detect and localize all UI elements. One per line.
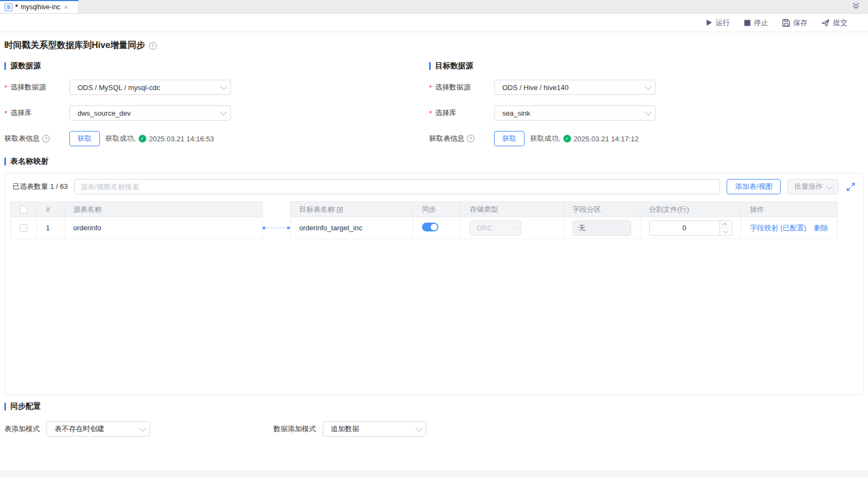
fetch-help-icon[interactable]: ?: [467, 135, 474, 142]
index-column-header: #: [37, 202, 64, 217]
fetch-help-icon[interactable]: ?: [42, 135, 50, 142]
table-mapping-panel: 已选表数量 1 / 63 添加表/视图 批量操作 #: [4, 173, 864, 395]
sync-toggle[interactable]: [422, 223, 438, 231]
unsaved-marker: *: [15, 3, 18, 11]
section-accent-bar: [4, 62, 6, 70]
source-fetch-button[interactable]: 获取: [69, 131, 100, 146]
mapping-connector-line: [264, 228, 289, 228]
source-fetch-time: 2025.03.21 14:16:53: [149, 135, 214, 143]
source-datasource-section: 源数据源 * 选择数据源 ODS / MySQL / mysql-cdc * 选…: [4, 61, 429, 157]
selected-count: 已选表数量 1 / 63: [13, 182, 68, 192]
tab-title: mysqlhive-inc: [21, 3, 61, 11]
stop-icon: [744, 20, 751, 26]
stepper-down-button[interactable]: [720, 228, 732, 235]
sync-task-icon: S: [4, 3, 13, 11]
target-table-name: orderinfo_target_inc: [290, 217, 413, 239]
paper-plane-icon: [822, 19, 830, 27]
submit-button[interactable]: 提交: [822, 18, 847, 28]
stop-button[interactable]: 停止: [744, 18, 768, 28]
chevron-down-icon: [415, 425, 423, 432]
mapping-section-title: 表名称映射: [10, 157, 49, 166]
table-search-input[interactable]: [74, 179, 720, 194]
chevron-down-icon: [645, 109, 652, 116]
target-fetch-label: 获取表信息 ?: [429, 134, 494, 144]
target-datasource-label: * 选择数据源: [429, 82, 494, 92]
target-section-title: 目标数据源: [435, 61, 473, 71]
stepper-buttons: [720, 221, 732, 235]
target-table-row: orderinfo_target_inc ORC 无: [290, 217, 837, 239]
source-db-label: * 选择库: [4, 108, 69, 118]
section-accent-bar: [4, 403, 6, 410]
source-datasource-label: * 选择数据源: [4, 82, 69, 92]
row-checkbox[interactable]: [20, 224, 27, 232]
sync-column-header: 同步: [413, 202, 460, 217]
partition-column-header: 字段分区: [563, 202, 640, 217]
data-add-mode-select[interactable]: 追加数据: [323, 421, 426, 437]
source-fetch-label: 获取表信息 ?: [4, 134, 69, 144]
delete-link[interactable]: 删除: [814, 223, 828, 233]
main-content: 时间戳关系型数据库到Hive增量同步 ? 源数据源 * 选择数据源 ODS / …: [0, 32, 868, 437]
storage-type-column-header: 存储类型: [461, 202, 563, 217]
target-name-column-header: 目标表名称: [290, 202, 413, 217]
split-file-column-header: 分割文件(行): [640, 202, 741, 217]
stepper-up-button[interactable]: [720, 221, 732, 228]
fullscreen-expand-icon[interactable]: [846, 182, 855, 192]
target-fetch-button[interactable]: 获取: [494, 131, 525, 146]
target-table: 目标表名称 同步 存储类型 字段分区 分割文件(行) 操作 orderinfo_…: [290, 201, 837, 239]
select-all-checkbox[interactable]: [20, 206, 27, 213]
source-section-title: 源数据源: [10, 61, 41, 71]
section-accent-bar: [429, 62, 431, 70]
source-table-row[interactable]: 1 orderinfo: [11, 217, 263, 239]
target-fetch-status: 获取成功, ✓ 2025.03.21 14:17:12: [530, 134, 639, 144]
row-index: 1: [37, 217, 64, 239]
save-icon: [782, 19, 790, 27]
double-chevron-down-icon[interactable]: [852, 2, 860, 12]
data-add-mode-label: 数据添加模式: [274, 424, 316, 434]
chevron-down-icon: [220, 83, 227, 90]
page-title: 时间戳关系型数据库到Hive增量同步: [4, 40, 145, 51]
success-check-icon: ✓: [139, 135, 146, 142]
mapping-connector-area: [263, 201, 290, 239]
chevron-down-icon: [512, 223, 519, 230]
source-table: # 源表名称 1 orderinfo: [10, 201, 263, 239]
title-help-icon[interactable]: ?: [149, 42, 157, 50]
source-name-column-header: 源表名称: [64, 202, 263, 217]
add-table-view-button[interactable]: 添加表/视图: [727, 179, 781, 194]
edit-icon[interactable]: [337, 206, 343, 213]
target-db-select[interactable]: sea_sink: [494, 105, 656, 121]
success-check-icon: ✓: [563, 135, 571, 142]
source-db-select[interactable]: dws_source_dev: [69, 105, 231, 121]
save-button[interactable]: 保存: [782, 18, 807, 28]
horizontal-scrollbar-track[interactable]: [0, 470, 868, 477]
run-button[interactable]: 运行: [706, 18, 730, 28]
source-datasource-select[interactable]: ODS / MySQL / mysql-cdc: [69, 80, 231, 95]
table-add-mode-select[interactable]: 表不存在时创建: [46, 421, 150, 437]
chevron-down-icon: [827, 182, 834, 189]
source-fetch-status: 获取成功, ✓ 2025.03.21 14:16:53: [105, 134, 214, 144]
section-accent-bar: [4, 158, 6, 165]
storage-type-select[interactable]: ORC: [469, 220, 521, 236]
play-icon: [706, 19, 712, 26]
target-db-label: * 选择库: [429, 108, 494, 118]
target-datasource-select[interactable]: ODS / Hive / hive140: [494, 80, 656, 95]
tab-mysqlhive-inc[interactable]: S * mysqlhive-inc ×: [0, 0, 79, 13]
sync-config-section: 同步配置 表添加模式 表不存在时创建 数据添加模式 追加数据: [4, 402, 864, 437]
field-mapping-link[interactable]: 字段映射 (已配置): [750, 223, 806, 233]
chevron-down-icon: [220, 109, 227, 116]
source-table-name: orderinfo: [64, 217, 263, 239]
actions-column-header: 操作: [741, 202, 837, 217]
action-toolbar: 运行 停止 保存 提交: [0, 14, 868, 32]
target-datasource-section: 目标数据源 * 选择数据源 ODS / Hive / hive140 * 选择库: [429, 61, 854, 157]
chevron-down-icon: [139, 425, 146, 432]
tab-bar: S * mysqlhive-inc ×: [0, 0, 868, 14]
chevron-down-icon: [645, 83, 652, 90]
partition-field-input[interactable]: 无: [573, 220, 631, 236]
target-fetch-time: 2025.03.21 14:17:12: [574, 135, 639, 143]
split-rows-stepper[interactable]: 0: [649, 220, 732, 236]
sync-config-title: 同步配置: [10, 402, 41, 412]
batch-operation-button[interactable]: 批量操作: [787, 179, 839, 194]
tab-close-icon[interactable]: ×: [64, 3, 68, 11]
table-add-mode-label: 表添加模式: [4, 424, 40, 434]
